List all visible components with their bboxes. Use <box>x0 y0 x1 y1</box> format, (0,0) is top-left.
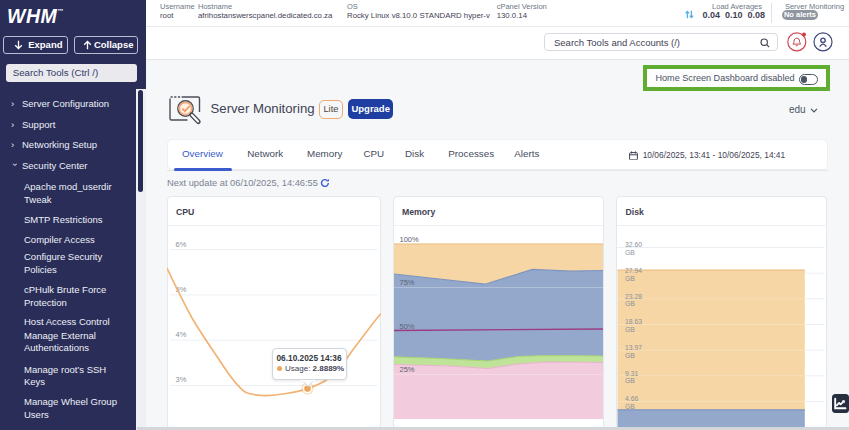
svg-text:4.66: 4.66 <box>625 395 638 402</box>
svg-text:GB: GB <box>625 300 635 307</box>
svg-text:GB: GB <box>625 403 635 410</box>
svg-text:GB: GB <box>625 275 635 282</box>
svg-text:13.97: 13.97 <box>625 344 642 351</box>
svg-text:100%: 100% <box>399 235 419 244</box>
svg-text:GB: GB <box>625 326 635 333</box>
svg-text:3%: 3% <box>176 375 187 384</box>
svg-text:4%: 4% <box>176 330 187 339</box>
svg-text:75%: 75% <box>399 278 414 287</box>
svg-text:32.60: 32.60 <box>625 241 642 248</box>
svg-text:50%: 50% <box>399 322 414 331</box>
svg-text:25%: 25% <box>399 365 414 374</box>
svg-text:6%: 6% <box>176 240 187 249</box>
svg-text:18.63: 18.63 <box>625 318 642 325</box>
svg-text:27.94: 27.94 <box>625 267 642 274</box>
svg-text:23.28: 23.28 <box>625 293 642 300</box>
svg-text:GB: GB <box>625 352 635 359</box>
svg-text:9.31: 9.31 <box>625 370 638 377</box>
svg-text:GB: GB <box>625 249 635 256</box>
svg-text:GB: GB <box>625 377 635 384</box>
